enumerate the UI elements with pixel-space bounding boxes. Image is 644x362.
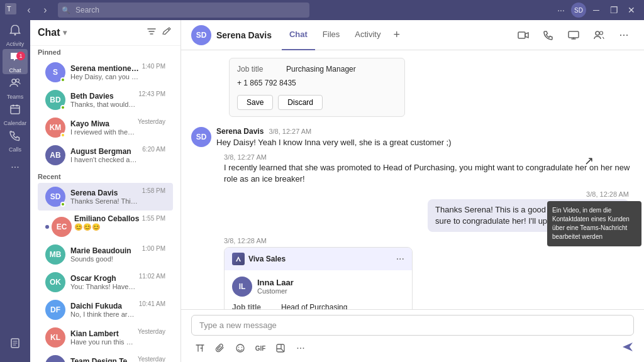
card-logo: Viva Sales bbox=[232, 253, 286, 265]
left-rail: Activity 1 Chat Teams Calendar Calls bbox=[0, 20, 30, 362]
viva-sales-card: Viva Sales ··· IL Inna Laar Customer J bbox=[224, 247, 413, 309]
avatar: AB bbox=[45, 145, 65, 165]
nav-back-button[interactable]: ‹ bbox=[21, 3, 36, 18]
filter-button[interactable] bbox=[145, 25, 158, 40]
list-item[interactable]: MB Marie Beaudouin Sounds good! 1:00 PM bbox=[38, 241, 173, 268]
more-options-button[interactable]: ··· bbox=[553, 3, 569, 18]
status-dot bbox=[60, 77, 65, 82]
svg-point-12 bbox=[238, 347, 240, 348]
close-button[interactable]: ✕ bbox=[624, 3, 639, 18]
svg-rect-7 bbox=[518, 32, 525, 38]
card-menu-button[interactable]: ··· bbox=[396, 253, 404, 265]
restore-button[interactable]: ❐ bbox=[606, 3, 621, 18]
message-time-cont: 3/8, 12:27 AM bbox=[224, 153, 634, 161]
chat-info: Kian Lambert Have you run this by Beth? … bbox=[70, 329, 135, 346]
message-content: Serena Davis 3/8, 12:27 AM Hey Daisy! Ye… bbox=[216, 127, 634, 148]
avatar: BD bbox=[45, 90, 65, 110]
svg-point-13 bbox=[242, 347, 243, 348]
tab-chat[interactable]: Chat bbox=[282, 20, 315, 50]
chat-header-avatar: SD bbox=[191, 25, 211, 45]
attach-button[interactable] bbox=[211, 339, 229, 357]
edit-card: Job title Purchasing Manager + 1 865 792… bbox=[229, 58, 634, 117]
avatar: OK bbox=[45, 272, 65, 292]
svg-rect-5 bbox=[11, 106, 19, 114]
avatar: KM bbox=[45, 118, 65, 138]
status-dot bbox=[60, 133, 65, 138]
emoji-button[interactable] bbox=[231, 339, 249, 357]
search-input[interactable] bbox=[58, 3, 309, 18]
list-item[interactable]: KM Kayo Miwa I reviewed with the client … bbox=[38, 114, 173, 141]
chat-badge: 1 bbox=[16, 52, 25, 60]
list-item[interactable]: TD Team Design Template Reta: Let's set … bbox=[38, 351, 173, 362]
right-message-time: 3/8, 12:28 AM bbox=[428, 190, 629, 198]
rail-item-notes[interactable] bbox=[3, 332, 28, 357]
status-dot bbox=[60, 202, 65, 207]
user-avatar[interactable]: SD bbox=[571, 3, 586, 18]
svg-text:T: T bbox=[7, 5, 11, 13]
list-item[interactable]: KL Kian Lambert Have you run this by Bet… bbox=[38, 324, 173, 351]
list-item[interactable]: S Serena mentioned you Hey Daisy, can yo… bbox=[38, 58, 173, 86]
svg-rect-8 bbox=[569, 31, 579, 38]
chat-info: Team Design Template Reta: Let's set up … bbox=[70, 357, 135, 362]
card-fields: Job title Head of Purchasing Company Rel… bbox=[225, 300, 412, 309]
video-call-button[interactable] bbox=[513, 25, 533, 45]
list-item[interactable]: DF Daichi Fukuda No, I think there are o… bbox=[38, 296, 173, 324]
list-item[interactable]: BD Beth Davies Thanks, that would be nic… bbox=[38, 86, 173, 114]
viva-card-group: 3/8, 12:28 AM Viva Sales ··· IL bbox=[216, 237, 634, 309]
svg-point-3 bbox=[12, 79, 16, 83]
nav-forward-button[interactable]: › bbox=[38, 3, 53, 18]
more-header-button[interactable]: ··· bbox=[614, 25, 634, 45]
tab-add-button[interactable]: + bbox=[388, 20, 405, 50]
more-tools-button[interactable]: ··· bbox=[292, 339, 309, 357]
people-button[interactable] bbox=[589, 25, 609, 45]
avatar: SD bbox=[191, 127, 211, 147]
list-item[interactable]: SD Serena Davis Thanks Serena! This is a… bbox=[38, 183, 173, 211]
minimize-button[interactable]: ─ bbox=[589, 3, 604, 18]
chat-info: Oscar Krogh You: Thanks! Have a nice wee… bbox=[70, 274, 136, 290]
card-field-job: Job title Head of Purchasing bbox=[232, 303, 404, 309]
tab-activity[interactable]: Activity bbox=[347, 20, 388, 50]
rail-item-more[interactable]: ··· bbox=[3, 155, 28, 180]
card-header: Viva Sales ··· bbox=[225, 248, 412, 270]
chat-header-name: Serena Davis bbox=[216, 30, 272, 40]
chat-header-right: ··· bbox=[513, 25, 634, 45]
status-dot bbox=[60, 105, 65, 110]
screen-share-button[interactable] bbox=[564, 25, 584, 45]
rail-item-calendar[interactable]: Calendar bbox=[3, 102, 28, 127]
sidebar-header: Chat ▾ bbox=[30, 20, 180, 46]
rail-item-teams[interactable]: Teams bbox=[3, 75, 28, 101]
card-person-section: IL Inna Laar Customer bbox=[225, 270, 412, 300]
list-item[interactable]: AB August Bergman I haven't checked avai… bbox=[38, 141, 173, 169]
sticker-button[interactable] bbox=[272, 339, 289, 357]
format-button[interactable] bbox=[191, 339, 209, 357]
chat-dropdown-icon[interactable]: ▾ bbox=[63, 28, 67, 37]
send-button[interactable] bbox=[621, 341, 634, 356]
calls-icon bbox=[9, 129, 21, 145]
list-item[interactable]: EC Emiliano Ceballos 😊😊😊 1:55 PM bbox=[38, 211, 173, 241]
rail-item-activity[interactable]: Activity bbox=[3, 23, 28, 48]
discard-button[interactable]: Discard bbox=[278, 95, 323, 110]
pinned-label: Pinned bbox=[38, 48, 173, 56]
list-item[interactable]: OK Oscar Krogh You: Thanks! Have a nice … bbox=[38, 268, 173, 296]
avatar: MB bbox=[45, 244, 65, 265]
rail-item-chat[interactable]: 1 Chat bbox=[3, 49, 28, 74]
compose-button[interactable] bbox=[160, 25, 173, 40]
chat-info: Beth Davies Thanks, that would be nice. bbox=[70, 92, 136, 108]
activity-label: Activity bbox=[6, 41, 25, 47]
chat-info: August Bergman I haven't checked availab… bbox=[70, 147, 140, 163]
search-wrapper bbox=[58, 3, 548, 18]
nav-buttons: ‹ › bbox=[21, 3, 53, 18]
message-input-placeholder[interactable]: Type a new message bbox=[191, 315, 634, 336]
save-button[interactable]: Save bbox=[237, 95, 273, 110]
gif-button[interactable]: GIF bbox=[252, 339, 269, 357]
tab-files[interactable]: Files bbox=[315, 20, 347, 50]
chat-tabs: Chat Files Activity + bbox=[282, 20, 405, 50]
audio-call-button[interactable] bbox=[538, 25, 558, 45]
recent-label: Recent bbox=[38, 173, 173, 180]
chat-info: Daichi Fukuda No, I think there are othe… bbox=[70, 302, 136, 318]
rail-item-calls[interactable]: Calls bbox=[3, 128, 28, 153]
chat-header: SD Serena Davis Chat Files Activity + bbox=[181, 20, 644, 50]
svg-point-10 bbox=[600, 31, 603, 35]
tooltip: Ein Video, in dem die Kontaktdaten eines… bbox=[547, 201, 641, 246]
card-person-avatar: IL bbox=[232, 277, 252, 297]
